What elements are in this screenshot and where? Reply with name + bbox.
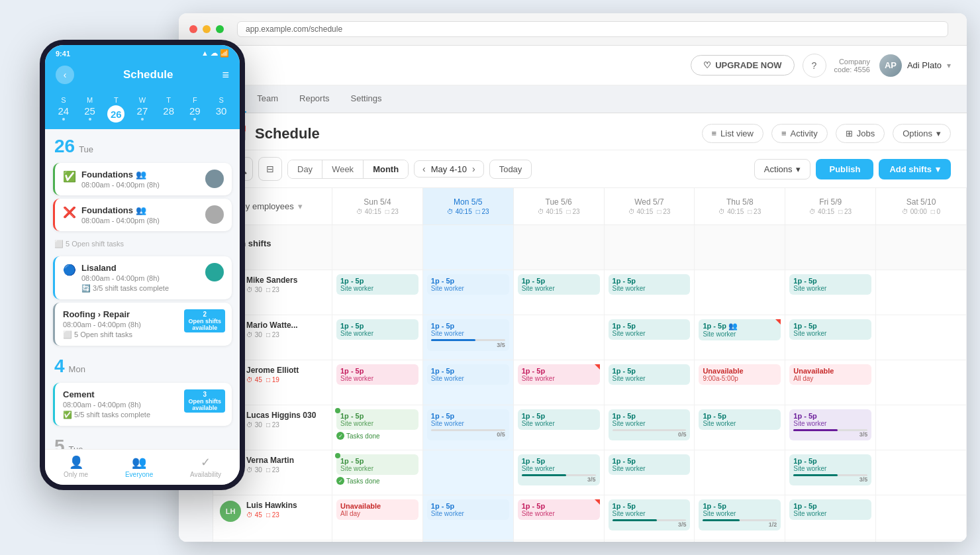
phone-day-sun[interactable]: S24 <box>52 96 75 123</box>
add-shifts-button[interactable]: Add shifts ▾ <box>879 159 951 179</box>
day-tab-week[interactable]: Week <box>322 160 364 178</box>
phone-nav-everyone[interactable]: 👥Everyone <box>125 455 153 478</box>
shift-chip[interactable]: 1p - 5p Site worker 3/5 <box>427 319 509 351</box>
shift-chip[interactable]: 1p - 5p 👥 Site worker <box>699 319 781 340</box>
publish-button[interactable]: Publish <box>816 159 873 179</box>
actions-button[interactable]: Actions ▾ <box>754 159 811 179</box>
shift-chip[interactable]: 1p - 5p Site worker 1/2 <box>699 499 781 530</box>
phone-menu-icon[interactable]: ≡ <box>222 68 229 82</box>
luis-tue[interactable]: 1p - 5p Site worker <box>514 495 605 540</box>
shift-chip[interactable]: 1p - 5p Site worker 3/5 <box>609 499 691 530</box>
phone-day-sat[interactable]: S30 <box>209 96 233 123</box>
tab-team[interactable]: Team <box>246 85 289 113</box>
activity-button[interactable]: ≡ Activity <box>771 124 828 143</box>
mike-tue[interactable]: 1p - 5p Site worker <box>514 270 605 315</box>
shift-chip[interactable]: 1p - 5p Site worker <box>427 364 509 385</box>
luis-wed[interactable]: 1p - 5p Site worker 3/5 <box>605 495 695 540</box>
shift-chip[interactable]: 1p - 5p Site worker 0/5 <box>427 409 509 440</box>
user-menu[interactable]: AP Adi Plato ▾ <box>879 54 951 77</box>
shift-chip[interactable]: 1p - 5p Site worker <box>789 274 871 295</box>
mike-mon[interactable]: 1p - 5p Site worker <box>423 270 514 315</box>
lucas-thu[interactable]: 1p - 5p Site worker <box>695 405 785 450</box>
shift-chip[interactable]: 1p - 5p Site worker <box>518 409 600 430</box>
phone-day-tue-today[interactable]: T26 <box>104 96 128 123</box>
shift-chip[interactable]: 1p - 5p Site worker <box>609 364 691 385</box>
today-button[interactable]: Today <box>489 160 532 179</box>
mario-wed[interactable]: 1p - 5p Site worker <box>605 315 695 360</box>
jerome-mon[interactable]: 1p - 5p Site worker <box>423 360 514 405</box>
shift-chip[interactable]: 1p - 5p Site worker <box>518 274 600 295</box>
shift-chip[interactable]: 1p - 5p Site worker 3/5 <box>518 454 600 485</box>
shift-chip[interactable]: 1p - 5p Site worker <box>609 454 691 475</box>
phone-shift-foundations-1[interactable]: ✅ Foundations 👥 08:00am - 04:00pm (8h) <box>53 163 232 195</box>
verna-wed[interactable]: 1p - 5p Site worker <box>605 450 695 495</box>
phone-back-button[interactable]: ‹ <box>56 66 74 84</box>
shift-chip[interactable]: 1p - 5p Site worker <box>518 499 600 520</box>
filter-button[interactable]: ⊟ <box>258 157 282 181</box>
jerome-sun[interactable]: 1p - 5p Site worker <box>332 360 423 405</box>
jobs-button[interactable]: ⊞ Jobs <box>836 124 885 143</box>
shift-chip[interactable]: 1p - 5p Site worker <box>789 319 871 340</box>
tab-settings[interactable]: Settings <box>340 85 393 113</box>
shift-chip[interactable]: 1p - 5p Site worker 3/5 <box>789 454 871 485</box>
lucas-mon[interactable]: 1p - 5p Site worker 0/5 <box>423 405 514 450</box>
phone-shift-cement[interactable]: Cement 08:00am - 04:00pm (8h) ✅ 5/5 shif… <box>53 383 232 426</box>
employee-luis-hawkins: LH Luis Hawkins ⏱ 45 □ 23 <box>213 495 332 540</box>
phone-shift-foundations-2[interactable]: ❌ Foundations 👥 08:00am - 04:00pm (8h) <box>53 199 232 231</box>
options-button[interactable]: Options ▾ <box>893 124 951 143</box>
traffic-light-close[interactable] <box>189 25 197 33</box>
jerome-tue[interactable]: 1p - 5p Site worker <box>514 360 605 405</box>
shift-chip[interactable]: 1p - 5p Site worker <box>427 499 509 520</box>
day-tab-day[interactable]: Day <box>288 160 322 178</box>
lucas-fri[interactable]: 1p - 5p Site worker 3/5 <box>785 405 876 450</box>
shift-chip[interactable]: 1p - 5p Site worker <box>699 409 781 430</box>
traffic-light-minimize[interactable] <box>203 25 211 33</box>
shift-chip[interactable]: 1p - 5p Site worker <box>427 274 509 295</box>
mike-sun[interactable]: 1p - 5p Site worker <box>332 270 423 315</box>
phone-nav-availability[interactable]: ✓Availability <box>190 455 221 478</box>
verna-sun[interactable]: 1p - 5p Site worker ✓ Tasks done <box>332 450 423 495</box>
shift-chip[interactable]: 1p - 5p Site worker <box>336 364 418 385</box>
shift-chip[interactable]: 1p - 5p Site worker 3/5 <box>789 409 871 440</box>
window-url-bar[interactable]: app.example.com/schedule <box>237 21 948 37</box>
mike-fri[interactable]: 1p - 5p Site worker <box>785 270 876 315</box>
shift-chip[interactable]: 1p - 5p Site worker <box>789 499 871 520</box>
list-view-button[interactable]: ≡ List view <box>702 124 763 143</box>
lucas-tue[interactable]: 1p - 5p Site worker <box>514 405 605 450</box>
mario-sun[interactable]: 1p - 5p Site worker <box>332 315 423 360</box>
mario-mon[interactable]: 1p - 5p Site worker 3/5 <box>423 315 514 360</box>
phone-day-thu[interactable]: T28 <box>157 96 181 123</box>
mario-thu[interactable]: 1p - 5p 👥 Site worker <box>695 315 785 360</box>
help-button[interactable]: ? <box>803 54 826 77</box>
shift-chip[interactable]: 1p - 5p Site worker <box>609 319 691 340</box>
verna-fri[interactable]: 1p - 5p Site worker 3/5 <box>785 450 876 495</box>
verna-tue[interactable]: 1p - 5p Site worker 3/5 <box>514 450 605 495</box>
shift-chip[interactable]: 1p - 5p Site worker <box>518 364 600 385</box>
jerome-wed[interactable]: 1p - 5p Site worker <box>605 360 695 405</box>
phone-nav-only-me[interactable]: 👤Only me <box>64 455 88 478</box>
luis-mon[interactable]: 1p - 5p Site worker <box>423 495 514 540</box>
luis-thu[interactable]: 1p - 5p Site worker 1/2 <box>695 495 785 540</box>
phone-day-mon[interactable]: M25 <box>78 96 102 123</box>
lucas-sun[interactable]: 1p - 5p Site worker ✓ Tasks done <box>332 405 423 450</box>
lucas-wed[interactable]: 1p - 5p Site worker 0/5 <box>605 405 695 450</box>
phone-shift-roofing[interactable]: Roofing › Repair 08:00am - 04:00pm (8h) … <box>53 303 232 346</box>
date-prev-button[interactable]: ‹ <box>421 164 427 174</box>
shift-chip[interactable]: 1p - 5p Site worker <box>609 274 691 295</box>
luis-fri[interactable]: 1p - 5p Site worker <box>785 495 876 540</box>
mario-fri[interactable]: 1p - 5p Site worker <box>785 315 876 360</box>
date-next-button[interactable]: › <box>471 164 477 174</box>
shift-chip[interactable]: 1p - 5p Site worker 0/5 <box>609 409 691 440</box>
day-tab-month[interactable]: Month <box>364 160 408 178</box>
phone-day-fri[interactable]: F29 <box>183 96 207 123</box>
shift-chip[interactable]: 1p - 5p Site worker <box>336 274 418 295</box>
traffic-light-fullscreen[interactable] <box>216 25 224 33</box>
upgrade-button[interactable]: ♡ UPGRADE NOW <box>691 55 794 76</box>
shift-chip[interactable]: 1p - 5p Site worker <box>336 454 418 475</box>
phone-day-wed[interactable]: W27 <box>130 96 154 123</box>
mike-wed[interactable]: 1p - 5p Site worker <box>605 270 695 315</box>
phone-shift-lisaland[interactable]: 🔵 Lisaland 08:00am - 04:00pm (8h) 🔄 3/5 … <box>53 256 232 299</box>
shift-chip[interactable]: 1p - 5p Site worker <box>336 409 418 430</box>
tab-reports[interactable]: Reports <box>289 85 340 113</box>
shift-chip[interactable]: 1p - 5p Site worker <box>336 319 418 340</box>
